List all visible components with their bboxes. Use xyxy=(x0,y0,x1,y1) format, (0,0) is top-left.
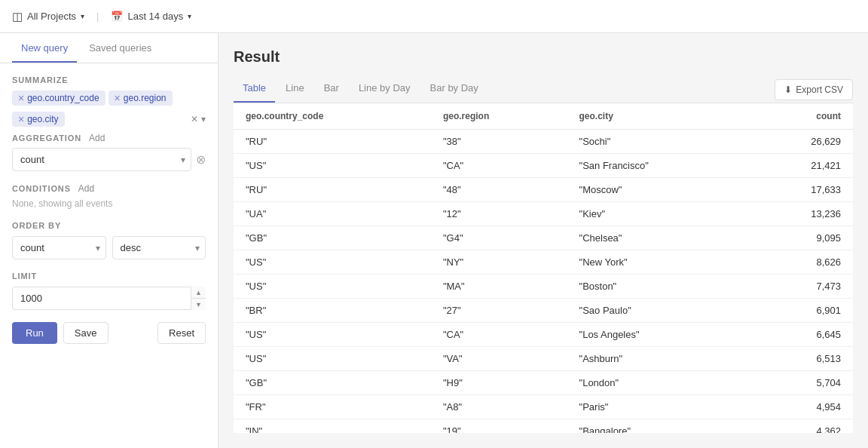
run-button[interactable]: Run xyxy=(12,322,57,344)
result-table-wrap: geo.country_code geo.region geo.city cou… xyxy=(234,103,853,433)
tab-saved-queries[interactable]: Saved queries xyxy=(80,33,160,63)
cell-country: "GB" xyxy=(234,371,431,395)
cell-count: 26,629 xyxy=(748,130,853,154)
cell-city: "Bangalore" xyxy=(567,419,749,434)
tag-region-remove[interactable]: × xyxy=(115,93,121,103)
summarize-clear-btn[interactable]: ✕ xyxy=(191,114,198,124)
summarize-label: SUMMARIZE xyxy=(12,75,206,84)
conditions-label: CONDITIONS xyxy=(12,184,71,193)
sidebar-tabs: New query Saved queries xyxy=(0,33,218,63)
cell-city: "Chelsea" xyxy=(567,226,749,250)
cell-country: "GB" xyxy=(234,226,431,250)
tab-bar[interactable]: Bar xyxy=(315,76,348,103)
summarize-chevron-btn[interactable]: ▾ xyxy=(201,114,206,124)
tag-city-label: geo.city xyxy=(27,114,58,124)
tab-table[interactable]: Table xyxy=(234,76,275,103)
cell-count: 7,473 xyxy=(748,275,853,299)
limit-input[interactable] xyxy=(12,287,206,310)
cell-country: "IN" xyxy=(234,419,431,434)
cell-region: "H9" xyxy=(431,371,567,395)
cell-region: "CA" xyxy=(431,323,567,347)
tag-country-code: × geo.country_code xyxy=(12,91,105,106)
cell-count: 6,513 xyxy=(748,347,853,371)
aggregation-clear-btn[interactable]: ⊗ xyxy=(196,152,206,167)
cell-count: 5,704 xyxy=(748,371,853,395)
export-csv-label: Export CSV xyxy=(796,84,843,95)
conditions-add-link[interactable]: Add xyxy=(78,183,94,194)
reset-button[interactable]: Reset xyxy=(157,322,206,344)
cell-city: "Paris" xyxy=(567,395,749,419)
date-chevron-icon: ▾ xyxy=(188,12,191,20)
cell-city: "Boston" xyxy=(567,275,749,299)
table-row: "GB" "H9" "London" 5,704 xyxy=(234,371,853,395)
cell-count: 6,645 xyxy=(748,323,853,347)
conditions-placeholder: None, showing all events xyxy=(12,198,206,209)
table-row: "US" "VA" "Ashburn" 6,513 xyxy=(234,347,853,371)
cell-region: "G4" xyxy=(431,226,567,250)
export-csv-button[interactable]: ⬇ Export CSV xyxy=(775,79,853,100)
cell-city: "Los Angeles" xyxy=(567,323,749,347)
cell-city: "Sao Paulo" xyxy=(567,299,749,323)
aggregation-select[interactable]: count sum avg xyxy=(12,148,191,171)
cell-country: "RU" xyxy=(234,130,431,154)
cell-count: 6,901 xyxy=(748,299,853,323)
table-row: "IN" "19" "Bangalore" 4,362 xyxy=(234,419,853,434)
order-dir-select[interactable]: desc asc xyxy=(112,236,206,259)
download-icon: ⬇ xyxy=(784,84,792,95)
result-tabs: Table Line Bar Line by Day Bar by Day ⬇ … xyxy=(234,76,853,103)
tag-city-remove[interactable]: × xyxy=(18,114,24,124)
table-row: "UA" "12" "Kiev" 13,236 xyxy=(234,202,853,226)
aggregation-add-link[interactable]: Add xyxy=(89,133,105,143)
order-dir-wrap: desc asc ▾ xyxy=(112,236,206,259)
project-selector[interactable]: ◫ All Projects ▾ xyxy=(12,10,84,23)
cell-country: "US" xyxy=(234,347,431,371)
action-row: Run Save Reset xyxy=(12,322,206,344)
table-header: geo.country_code geo.region geo.city cou… xyxy=(234,103,853,130)
aggregation-row: count sum avg ▾ ⊗ xyxy=(12,148,206,171)
calendar-icon: 📅 xyxy=(111,11,123,22)
cell-count: 4,362 xyxy=(748,419,853,434)
table-body: "RU" "38" "Sochi" 26,629 "US" "CA" "San … xyxy=(234,130,853,434)
cell-city: "Ashburn" xyxy=(567,347,749,371)
aggregation-select-wrap: count sum avg ▾ xyxy=(12,148,191,171)
table-row: "US" "NY" "New York" 8,626 xyxy=(234,250,853,275)
limit-decrement-btn[interactable]: ▼ xyxy=(191,299,206,310)
tag-country-code-remove[interactable]: × xyxy=(18,93,24,103)
aggregation-section-row: AGGREGATION Add xyxy=(12,133,206,143)
table-row: "US" "CA" "Los Angeles" 6,645 xyxy=(234,323,853,347)
cell-city: "San Francisco" xyxy=(567,154,749,178)
cell-region: "CA" xyxy=(431,154,567,178)
limit-label: LIMIT xyxy=(12,272,206,281)
col-header-count: count xyxy=(748,103,853,130)
tab-new-query[interactable]: New query xyxy=(12,33,77,63)
top-bar: ◫ All Projects ▾ | 📅 Last 14 days ▾ xyxy=(0,0,868,33)
tag-region: × geo.region xyxy=(108,91,173,106)
cell-region: "MA" xyxy=(431,275,567,299)
order-by-row: count geo.country_code geo.region geo.ci… xyxy=(12,236,206,259)
table-row: "FR" "A8" "Paris" 4,954 xyxy=(234,395,853,419)
tag-country-code-label: geo.country_code xyxy=(27,93,99,103)
cell-count: 9,095 xyxy=(748,226,853,250)
save-button[interactable]: Save xyxy=(63,322,108,344)
col-header-region: geo.region xyxy=(431,103,567,130)
tab-line-by-day[interactable]: Line by Day xyxy=(350,76,420,103)
date-range-selector[interactable]: 📅 Last 14 days ▾ xyxy=(111,11,191,22)
conditions-section-row: CONDITIONS Add xyxy=(12,183,206,194)
sidebar: New query Saved queries SUMMARIZE × geo.… xyxy=(0,33,219,448)
app-layout: New query Saved queries SUMMARIZE × geo.… xyxy=(0,33,868,448)
limit-input-wrap: ▲ ▼ xyxy=(12,287,206,310)
order-field-select[interactable]: count geo.country_code geo.region geo.ci… xyxy=(12,236,106,259)
tab-bar-by-day[interactable]: Bar by Day xyxy=(421,76,487,103)
limit-increment-btn[interactable]: ▲ xyxy=(191,287,206,299)
cell-count: 17,633 xyxy=(748,178,853,202)
limit-section: ▲ ▼ xyxy=(12,287,206,310)
tag-city: × geo.city xyxy=(12,112,65,127)
tab-line[interactable]: Line xyxy=(277,76,313,103)
project-label: All Projects xyxy=(27,11,76,22)
cell-region: "48" xyxy=(431,178,567,202)
tag-region-label: geo.region xyxy=(124,93,167,103)
table-row: "RU" "38" "Sochi" 26,629 xyxy=(234,130,853,154)
cell-region: "19" xyxy=(431,419,567,434)
cell-country: "BR" xyxy=(234,299,431,323)
cell-city: "Kiev" xyxy=(567,202,749,226)
